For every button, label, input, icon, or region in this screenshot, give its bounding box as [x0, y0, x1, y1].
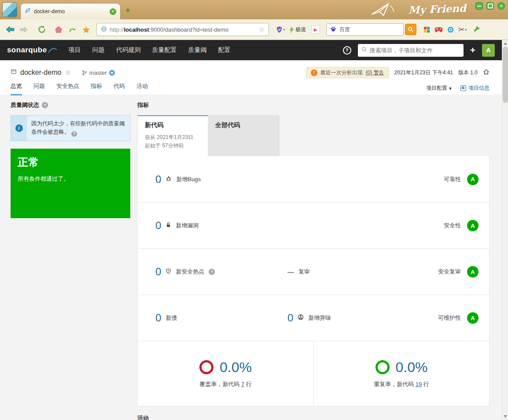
branch-selector[interactable]: master [81, 69, 115, 76]
menu-item-quality-profiles[interactable]: 质量配置 [152, 46, 177, 54]
vertical-scrollbar[interactable] [502, 40, 508, 420]
global-search-input[interactable] [370, 47, 460, 54]
forward-button[interactable] [19, 26, 28, 33]
menu-item-rules[interactable]: 代码规则 [116, 46, 141, 54]
project-information-link[interactable]: 项目信息 [460, 84, 490, 92]
smells-count-link[interactable]: 0 [287, 312, 293, 324]
smells-label: 新增异味 [308, 314, 331, 322]
add-project-button[interactable]: + [470, 45, 475, 55]
duplications-lines-link[interactable]: 19 [416, 381, 422, 387]
new-code-since: 自从 2021年1月23日 [145, 133, 201, 142]
menu-item-administration[interactable]: 配置 [218, 46, 231, 54]
favorites-star-icon[interactable]: ★ [82, 24, 90, 35]
code-smell-icon [298, 314, 304, 322]
maintainability-label: 可维护性 [438, 314, 461, 322]
tab-security-hotspots[interactable]: 安全热点 [56, 82, 79, 95]
homepage-icon[interactable] [483, 69, 490, 77]
tab-code[interactable]: 代码 [114, 82, 125, 95]
shield-icon [166, 268, 171, 276]
tools-wrench-icon[interactable] [474, 26, 480, 33]
duplications-caption: 重复率，新代码 19 行 [374, 380, 429, 388]
user-avatar[interactable]: A [482, 44, 495, 57]
games-gamepad-icon[interactable] [434, 27, 443, 33]
security-shield-icon[interactable]: ▾ [276, 26, 285, 33]
maximize-button[interactable] [486, 2, 494, 10]
bug-icon [166, 175, 172, 183]
speed-mode-toggle[interactable]: 极速 [289, 26, 306, 33]
browser-toolbar: ★ http://localhost:9000/dashboard?id=tes… [0, 19, 508, 40]
browser-titlebar: docker-demo ✕ My Friend ✕ [0, 0, 508, 19]
info-icon: i [15, 124, 23, 132]
tab-overall-code[interactable]: 全部代码 [208, 115, 280, 156]
screenshot-scissors-icon[interactable]: ✂▾ [458, 25, 467, 34]
tab-measures[interactable]: 指标 [91, 82, 102, 95]
scrollbar-thumb[interactable] [503, 47, 508, 103]
shield-caret-icon: ▾ [283, 28, 285, 32]
sonarqube-logo-text: sonarqube [7, 46, 47, 55]
hotspots-count-link[interactable]: 0 [155, 266, 161, 278]
reviewed-value: — [287, 268, 294, 276]
home-button[interactable] [55, 26, 63, 33]
browser-logo[interactable] [2, 2, 17, 17]
quality-gate-help-icon[interactable]: ? [42, 102, 48, 108]
reliability-rating-badge: A [467, 174, 479, 185]
duplications-ring-icon [375, 360, 390, 374]
help-icon[interactable]: ? [343, 46, 351, 55]
menu-item-quality-gates[interactable]: 质量阈 [188, 46, 207, 54]
warning-link[interactable]: {0} 警告 [366, 69, 384, 77]
menu-item-projects[interactable]: 项目 [69, 46, 81, 54]
camera-blue-icon[interactable] [447, 26, 454, 33]
duplications-value[interactable]: 0.0% [396, 359, 428, 376]
notice-help-icon[interactable]: ? [71, 131, 77, 137]
bookmark-star-icon[interactable]: ☆ [258, 26, 264, 33]
lightning-icon [289, 26, 294, 33]
scroll-up-arrow[interactable] [504, 42, 507, 45]
refresh-button[interactable] [38, 26, 46, 33]
hotspots-help-icon[interactable]: ? [209, 269, 215, 275]
project-name: docker-demo [20, 69, 61, 77]
measure-row-vulnerabilities: 0 新增漏洞 安全性 A [138, 203, 489, 249]
coverage-value[interactable]: 0.0% [220, 359, 252, 376]
quality-gate-notice: i 因为代码太少，有些新代码中的质量阈条件会被忽略。 ? [11, 115, 130, 141]
notice-text: 因为代码太少，有些新代码中的质量阈条件会被忽略。 [31, 121, 125, 135]
apps-grid-icon[interactable] [423, 26, 430, 33]
coverage-lines-link[interactable]: 7 [241, 381, 244, 387]
search-engine-label: 百度 [339, 26, 350, 33]
search-go-button[interactable] [405, 24, 416, 35]
debt-label: 新债 [166, 314, 177, 322]
speed-mode-label: 极速 [295, 26, 306, 33]
quality-gate-status-panel: 正常 所有条件都通过了。 [11, 149, 130, 218]
close-button[interactable]: ✕ [497, 2, 505, 10]
sonarqube-logo[interactable]: sonarqube [7, 46, 57, 55]
browser-tab[interactable]: docker-demo ✕ [20, 3, 121, 19]
tab-new-code[interactable]: 新代码 自从 2021年1月23日 起始于 57分钟前 [137, 115, 208, 156]
tab-overview[interactable]: 总览 [11, 82, 22, 95]
url-path: :9000/dashboard?id=test-demo [149, 26, 228, 33]
bugs-count-link[interactable]: 0 [155, 173, 161, 186]
menu-item-issues[interactable]: 问题 [92, 46, 105, 54]
measure-row-bugs: 0 新增Bugs 可靠性 A [138, 156, 489, 203]
debt-value-link[interactable]: 0 [155, 312, 161, 324]
web-search-box[interactable]: 百度 [326, 23, 404, 36]
new-tab-button[interactable] [125, 7, 131, 15]
media-play-icon[interactable]: ▶ [311, 25, 320, 34]
vulnerabilities-count-link[interactable]: 0 [155, 219, 161, 232]
minimize-button[interactable] [475, 2, 483, 10]
url-host: localhost [124, 26, 149, 33]
address-bar[interactable]: http://localhost:9000/dashboard?id=test-… [96, 23, 269, 36]
scroll-down-arrow[interactable] [504, 415, 507, 418]
global-search-box[interactable] [358, 44, 464, 57]
back-button[interactable] [5, 26, 15, 33]
security-label: 安全性 [444, 222, 461, 230]
tab-close-icon[interactable]: ✕ [110, 8, 116, 15]
tab-activity[interactable]: 活动 [136, 82, 148, 95]
analysis-warning-chip: ! 最近一次分析出现 {0} 警告 [306, 67, 389, 78]
tab-issues[interactable]: 问题 [33, 82, 45, 95]
hotspots-label: 新安全热点 [176, 268, 204, 276]
project-settings-dropdown[interactable]: 项目配置 ▾ [426, 84, 452, 92]
security-rating-badge: A [467, 220, 479, 231]
measure-row-maintainability: 0 新债 0 新增异味 可维护性 A [138, 295, 489, 341]
overview-content: 质量阈状态 ? i 因为代码太少，有些新代码中的质量阈条件会被忽略。 ? 正常 … [0, 95, 502, 420]
undo-button[interactable] [69, 27, 76, 33]
favorite-star-icon[interactable]: ☆ [65, 69, 70, 77]
